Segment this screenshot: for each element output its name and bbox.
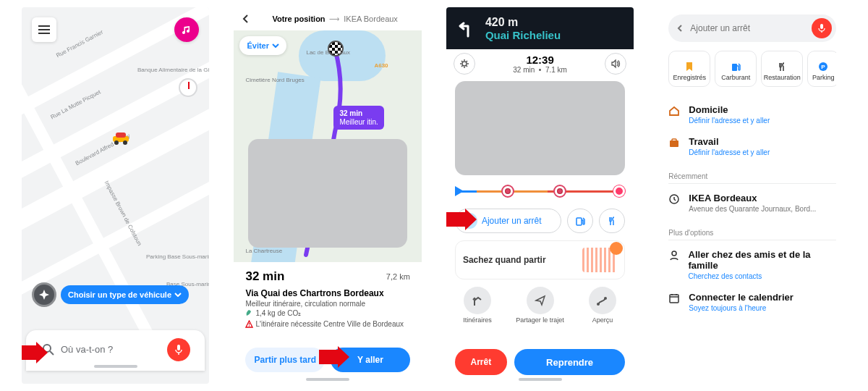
screen-navigation: 420 m Quai Richelieu 12:39 32 min • 7.1 … xyxy=(446,7,634,384)
know-when-label: Sachez quand partir xyxy=(463,255,546,265)
svg-point-3 xyxy=(123,140,127,145)
calendar-sub: Soyez toujours à l'heure xyxy=(689,304,793,312)
calendar-icon xyxy=(668,293,680,304)
chevron-down-icon xyxy=(272,43,279,48)
mic-icon xyxy=(174,344,183,356)
home-item[interactable]: Domicile Définir l'adresse et y aller xyxy=(668,98,836,130)
leave-later-button[interactable]: Partir plus tard xyxy=(245,348,325,372)
summary-via: Via Quai des Chartrons Bordeaux xyxy=(245,288,409,298)
divider xyxy=(668,183,836,184)
category-saved[interactable]: Enregistrés xyxy=(668,51,710,87)
svg-point-20 xyxy=(672,251,676,256)
vehicle-type-label: Choisir un type de véhicule xyxy=(68,290,171,299)
category-row: Enregistrés Carburant Restauration P Par… xyxy=(668,51,836,87)
poi-label: Banque Alimentaire de la Gironde xyxy=(137,67,209,73)
screen-add-stop: Enregistrés Carburant Restauration P Par… xyxy=(658,7,846,384)
add-stop-label: Ajouter un arrêt xyxy=(482,216,542,226)
share-button[interactable]: Partager le trajet xyxy=(515,287,566,324)
svg-rect-14 xyxy=(732,64,737,71)
work-title: Travail xyxy=(689,136,770,147)
nav-distance: 420 m xyxy=(485,16,561,29)
friends-item[interactable]: Aller chez des amis et de la famille Che… xyxy=(668,243,836,286)
category-food[interactable]: Restauration xyxy=(761,51,803,87)
gear-icon xyxy=(459,59,469,69)
origin-label: Votre position xyxy=(272,14,325,23)
svg-point-2 xyxy=(114,140,119,145)
routes-button[interactable]: Itinéraires xyxy=(452,287,503,324)
trip-stats: 32 min • 7.1 km xyxy=(513,66,567,74)
food-icon xyxy=(607,216,617,226)
trip-actions: Itinéraires Partager le trajet Aperçu xyxy=(446,287,634,324)
history-icon xyxy=(668,193,680,205)
svg-point-8 xyxy=(462,62,467,66)
eta: 12:39 xyxy=(526,54,553,66)
work-sub: Définir l'adresse et y aller xyxy=(689,148,770,156)
briefcase-icon xyxy=(668,137,680,148)
menu-button[interactable] xyxy=(32,17,56,42)
vehicle-marker xyxy=(111,130,130,145)
svg-rect-13 xyxy=(820,24,823,29)
category-fuel[interactable]: Carburant xyxy=(715,51,757,87)
svg-rect-18 xyxy=(672,139,676,141)
more-heading: Plus d'options xyxy=(668,229,836,237)
summary-subtitle: Meilleur itinéraire, circulation normale xyxy=(245,300,409,308)
warning-icon xyxy=(245,320,253,328)
turn-left-icon xyxy=(454,16,478,41)
svg-rect-21 xyxy=(670,295,678,303)
contacts-icon xyxy=(668,250,680,261)
voice-button[interactable] xyxy=(812,18,832,38)
route-map[interactable]: Lac de Bordeaux A630 Cimetière Nord Brug… xyxy=(234,30,421,262)
map-background[interactable]: Rue Francis Garnier Banque Alimentaire d… xyxy=(22,7,209,384)
category-parking[interactable]: P Parking xyxy=(807,51,836,87)
callout-arrow xyxy=(319,348,349,366)
route-badge-time: 32 min xyxy=(339,109,378,118)
avoid-label: Éviter xyxy=(247,41,269,50)
sound-button[interactable] xyxy=(605,53,626,75)
fuel-icon xyxy=(731,62,741,72)
drag-handle[interactable] xyxy=(94,365,137,368)
route-header: Votre position ⟶ IKEA Bordeaux xyxy=(234,7,421,30)
voice-search-button[interactable] xyxy=(167,338,190,361)
resume-button[interactable]: Reprendre xyxy=(514,349,625,375)
stop-button[interactable]: Arrêt xyxy=(455,349,507,375)
friends-title: Aller chez des amis et de la famille xyxy=(689,249,837,271)
recenter-button[interactable] xyxy=(32,282,56,307)
chevron-left-icon[interactable] xyxy=(676,24,684,33)
avoid-button[interactable]: Éviter xyxy=(239,36,286,55)
settings-button[interactable] xyxy=(454,53,475,75)
svg-text:P: P xyxy=(822,64,826,70)
back-icon[interactable] xyxy=(241,14,251,24)
divider xyxy=(668,240,836,240)
vehicle-type-pill[interactable]: Choisir un type de véhicule xyxy=(61,285,189,304)
food-stop-button[interactable] xyxy=(599,209,625,233)
add-stop-search[interactable] xyxy=(668,14,836,42)
leaf-icon xyxy=(245,310,252,317)
search-bar[interactable]: Où va-t-on ? xyxy=(26,330,205,371)
trip-info-bar: 12:39 32 min • 7.1 km xyxy=(446,49,634,78)
svg-rect-1 xyxy=(116,133,126,138)
trip-timeline[interactable] xyxy=(456,181,624,201)
recent-item[interactable]: IKEA Bordeaux Avenue des Quarante Journa… xyxy=(668,187,836,219)
work-item[interactable]: Travail Définir l'adresse et y aller xyxy=(668,130,836,162)
fuel-stop-button[interactable] xyxy=(567,209,593,233)
music-icon xyxy=(182,25,192,35)
nav-street: Quai Richelieu xyxy=(485,29,561,41)
clock-badge-icon xyxy=(610,242,623,255)
timeline-end-icon xyxy=(613,185,625,197)
add-stop-input[interactable] xyxy=(690,23,806,33)
chevron-down-icon xyxy=(174,293,182,297)
know-when-card[interactable]: Sachez quand partir xyxy=(455,240,625,279)
map-card[interactable] xyxy=(455,81,625,175)
friends-sub: Cherchez des contacts xyxy=(689,272,837,280)
food-icon xyxy=(777,62,787,72)
route-badge-sub: Meilleur itin. xyxy=(339,118,378,127)
calendar-item[interactable]: Connecter le calendrier Soyez toujours à… xyxy=(668,286,836,318)
route-badge: 32 min Meilleur itin. xyxy=(333,106,383,130)
svg-rect-5 xyxy=(177,345,180,350)
search-placeholder: Où va-t-on ? xyxy=(61,344,113,355)
recent-addr: Avenue des Quarante Journaux, Bord... xyxy=(689,205,816,213)
overview-button[interactable]: Aperçu xyxy=(577,287,628,324)
drag-handle[interactable] xyxy=(306,378,349,381)
drag-handle[interactable] xyxy=(519,378,562,381)
recent-title: IKEA Bordeaux xyxy=(689,193,816,203)
